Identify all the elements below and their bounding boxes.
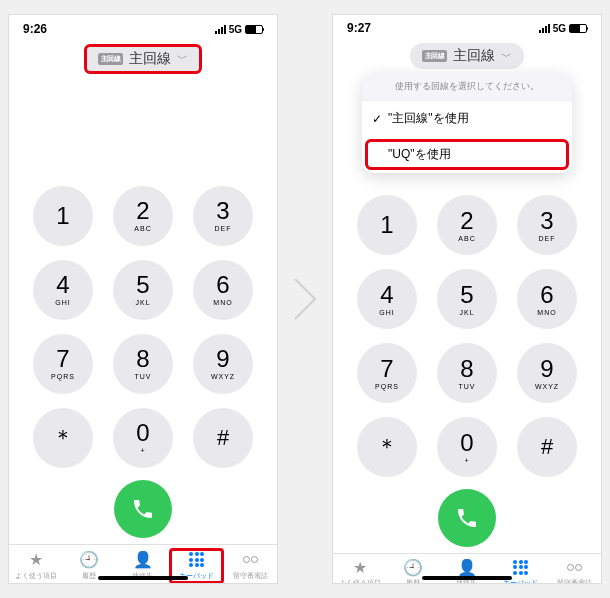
home-indicator[interactable] (422, 576, 512, 580)
call-button[interactable] (114, 480, 172, 538)
key-letters: PQRS (51, 373, 75, 380)
chevron-down-icon: ﹀ (501, 49, 512, 64)
keypad-icon (513, 558, 528, 576)
key-number: 9 (540, 357, 553, 381)
status-bar: 9:27 5G (333, 15, 601, 35)
key-3[interactable]: 3DEF (193, 186, 253, 246)
key-number: 7 (380, 357, 393, 381)
key-number: ＊ (376, 436, 398, 458)
key-1[interactable]: 1 (357, 195, 417, 255)
key-number: 2 (136, 199, 149, 223)
key-8[interactable]: 8TUV (437, 343, 497, 403)
key-#[interactable]: # (517, 417, 577, 477)
phone-screen-right: 9:27 5G 主回線 主回線 ﹀ 使用する回線を選択してください。 ✓ "主回… (332, 14, 602, 584)
key-letters: ABC (458, 235, 475, 242)
key-number: 3 (540, 209, 553, 233)
tab-voicemail[interactable]: 留守番電話 (223, 551, 277, 581)
key-＊[interactable]: ＊ (357, 417, 417, 477)
key-number: 6 (216, 273, 229, 297)
key-1[interactable]: 1 (33, 186, 93, 246)
key-number: # (541, 436, 553, 458)
key-number: 7 (56, 347, 69, 371)
tab-favorites[interactable]: ★よく使う項目 (9, 551, 63, 581)
key-number: 6 (540, 283, 553, 307)
voicemail-icon (243, 551, 258, 569)
key-2[interactable]: 2ABC (113, 186, 173, 246)
key-0[interactable]: 0+ (437, 417, 497, 477)
key-6[interactable]: 6MNO (517, 269, 577, 329)
line-selector[interactable]: 主回線 主回線 ﹀ (410, 43, 525, 69)
popup-option-label: "UQ"を使用 (388, 146, 451, 163)
key-letters: DEF (539, 235, 556, 242)
keypad: 12ABC3DEF4GHI5JKL6MNO7PQRS8TUV9WXYZ＊0+# (9, 124, 277, 468)
key-8[interactable]: 8TUV (113, 334, 173, 394)
key-0[interactable]: 0+ (113, 408, 173, 468)
key-4[interactable]: 4GHI (357, 269, 417, 329)
popup-option-main[interactable]: ✓ "主回線"を使用 (362, 100, 572, 136)
key-number: 1 (56, 204, 69, 228)
key-number: 1 (380, 213, 393, 237)
voicemail-icon (567, 558, 582, 576)
transition-arrow (288, 274, 322, 324)
key-7[interactable]: 7PQRS (33, 334, 93, 394)
tab-keypad[interactable]: キーパッド (494, 558, 548, 584)
home-indicator[interactable] (98, 576, 188, 580)
line-label: 主回線 (129, 50, 171, 68)
star-icon: ★ (353, 558, 367, 576)
phone-screen-left: 9:26 5G 主回線 主回線 ﹀ 12ABC3DEF4GHI5JKL6MNO7… (8, 14, 278, 584)
signal-icon (215, 25, 226, 34)
key-5[interactable]: 5JKL (113, 260, 173, 320)
key-letters: DEF (215, 225, 232, 232)
clock-icon: 🕘 (403, 558, 423, 576)
key-9[interactable]: 9WXYZ (193, 334, 253, 394)
key-number: 4 (56, 273, 69, 297)
key-letters: JKL (135, 299, 150, 306)
key-letters: + (464, 457, 469, 464)
key-number: 4 (380, 283, 393, 307)
tab-contacts[interactable]: 👤連絡先 (440, 558, 494, 584)
popup-option-label: "主回線"を使用 (388, 110, 469, 127)
key-3[interactable]: 3DEF (517, 195, 577, 255)
line-selector[interactable]: 主回線 主回線 ﹀ (86, 46, 201, 72)
tab-voicemail[interactable]: 留守番電話 (547, 558, 601, 584)
key-9[interactable]: 9WXYZ (517, 343, 577, 403)
key-5[interactable]: 5JKL (437, 269, 497, 329)
number-display (9, 76, 277, 124)
call-button[interactable] (438, 489, 496, 547)
key-number: 8 (136, 347, 149, 371)
battery-icon (569, 24, 587, 33)
key-letters: PQRS (375, 383, 399, 390)
tab-recents[interactable]: 🕘履歴 (387, 558, 441, 584)
key-letters: GHI (379, 309, 394, 316)
line-select-popup: 使用する回線を選択してください。 ✓ "主回線"を使用 "UQ"を使用 (362, 73, 572, 173)
line-badge: 主回線 (98, 53, 124, 65)
status-bar: 9:26 5G (9, 15, 277, 38)
key-number: 3 (216, 199, 229, 223)
key-letters: GHI (55, 299, 70, 306)
tab-favorites[interactable]: ★よく使う項目 (333, 558, 387, 584)
key-letters: ABC (134, 225, 151, 232)
key-number: 9 (216, 347, 229, 371)
key-7[interactable]: 7PQRS (357, 343, 417, 403)
key-number: 2 (460, 209, 473, 233)
key-6[interactable]: 6MNO (193, 260, 253, 320)
key-2[interactable]: 2ABC (437, 195, 497, 255)
popup-title: 使用する回線を選択してください。 (362, 73, 572, 100)
key-4[interactable]: 4GHI (33, 260, 93, 320)
key-＊[interactable]: ＊ (33, 408, 93, 468)
key-letters: JKL (459, 309, 474, 316)
key-number: 8 (460, 357, 473, 381)
key-letters: + (140, 447, 145, 454)
key-number: 5 (136, 273, 149, 297)
status-right: 5G (539, 23, 587, 34)
phone-icon (131, 497, 155, 521)
key-number: 5 (460, 283, 473, 307)
line-label: 主回線 (453, 47, 495, 65)
star-icon: ★ (29, 551, 43, 569)
key-#[interactable]: # (193, 408, 253, 468)
network-label: 5G (229, 24, 242, 35)
key-number: 0 (136, 421, 149, 445)
person-icon: 👤 (457, 558, 477, 576)
key-letters: TUV (459, 383, 476, 390)
popup-option-uq[interactable]: "UQ"を使用 (365, 139, 569, 170)
